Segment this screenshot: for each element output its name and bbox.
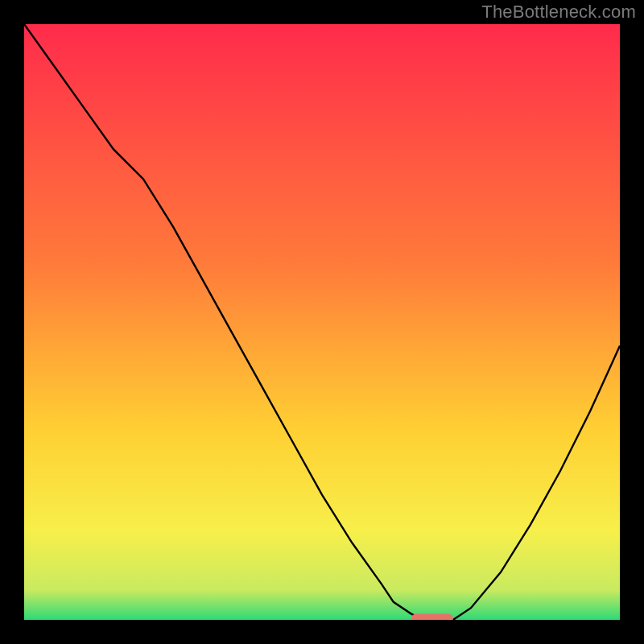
- chart-svg: [24, 24, 620, 620]
- chart-frame: TheBottleneck.com: [0, 0, 644, 644]
- chart-background-gradient: [24, 24, 620, 620]
- watermark-label: TheBottleneck.com: [481, 2, 636, 23]
- chart-plot-area: [24, 24, 620, 620]
- sweet-spot-marker: [411, 614, 453, 621]
